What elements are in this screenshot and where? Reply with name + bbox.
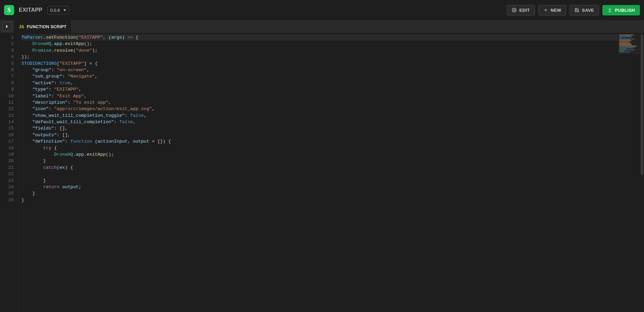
publish-icon (607, 8, 612, 12)
save-label: SAVE (582, 8, 594, 13)
vertical-scrollbar[interactable] (640, 33, 644, 312)
plus-icon (543, 8, 548, 12)
line-number: 21 (0, 164, 14, 171)
tabbar: JS FUNCTION SCRIPT (0, 20, 644, 33)
code-line[interactable]: "show_wait_till_completion_toggle": fals… (21, 112, 644, 119)
line-number: 10 (0, 93, 14, 99)
version-value: 0.0.6 (50, 8, 60, 13)
line-number: 24 (0, 184, 14, 190)
version-select[interactable]: 0.0.6 (47, 6, 69, 14)
code-line[interactable]: DronaHQ.app.exitApp(); (21, 151, 644, 158)
code-line[interactable]: "outputs": [], (21, 132, 644, 138)
logo[interactable]: S (4, 5, 14, 15)
line-number: 4 (0, 54, 14, 60)
line-number: 23 (0, 177, 14, 184)
code-line[interactable]: "sub_group": "Navigate", (21, 73, 644, 80)
code-line[interactable]: "group": "on-screen", (21, 67, 644, 73)
line-number: 6 (0, 67, 14, 73)
line-number: 18 (0, 145, 14, 151)
code-line[interactable]: "definition": function (actionInput, out… (21, 138, 644, 145)
code-line[interactable]: "default_wait_till_completion": false, (21, 119, 644, 125)
code-line[interactable]: try { (21, 145, 644, 151)
tab-function-script[interactable]: JS FUNCTION SCRIPT (14, 20, 71, 33)
gear-icon (512, 8, 517, 12)
code-line[interactable] (21, 171, 644, 177)
topbar-right: EDIT NEW SAVE PUBLISH (507, 5, 640, 15)
edit-button[interactable]: EDIT (507, 5, 535, 15)
line-number: 20 (0, 158, 14, 164)
publish-button[interactable]: PUBLISH (602, 5, 640, 15)
line-gutter: 1234567891011121314151617181920212223242… (0, 33, 19, 312)
code-line[interactable]: "icon": "app/src/images/action/exit_app.… (21, 106, 644, 112)
code-line[interactable]: } (21, 177, 644, 184)
edit-label: EDIT (519, 8, 530, 13)
new-button[interactable]: NEW (538, 5, 567, 15)
code-line[interactable]: Promise.resolve("done"); (21, 47, 644, 54)
scrollbar-thumb[interactable] (641, 34, 643, 175)
line-number: 16 (0, 132, 14, 138)
line-number: 17 (0, 138, 14, 145)
code-line[interactable]: } (21, 197, 644, 203)
topbar-left: S EXITAPP 0.0.6 (4, 5, 69, 15)
chevron-right-icon (6, 25, 8, 28)
code-line[interactable]: "active": true, (21, 80, 644, 86)
line-number: 15 (0, 125, 14, 132)
sidebar-toggle-button[interactable] (2, 22, 12, 31)
code-line[interactable]: "label": "Exit App", (21, 93, 644, 99)
line-number: 9 (0, 86, 14, 93)
line-number: 7 (0, 73, 14, 80)
code-area[interactable]: fmParser.setFunction("EXITAPP", (args) =… (19, 33, 644, 312)
code-line[interactable]: catch(ex) { (21, 164, 644, 171)
code-editor[interactable]: 1234567891011121314151617181920212223242… (0, 33, 644, 312)
line-number: 2 (0, 41, 14, 47)
code-line[interactable]: return output; (21, 184, 644, 190)
code-line[interactable]: DronaHQ.app.exitApp(); (21, 41, 644, 47)
line-number: 19 (0, 151, 14, 158)
svg-point-0 (514, 9, 515, 11)
code-line[interactable]: } (21, 158, 644, 164)
line-number: 14 (0, 119, 14, 125)
tab-label: FUNCTION SCRIPT (27, 24, 66, 29)
save-button[interactable]: SAVE (570, 5, 599, 15)
line-number: 13 (0, 112, 14, 119)
code-line[interactable]: "type": "EXITAPP", (21, 86, 644, 93)
save-icon (575, 8, 579, 12)
line-number: 11 (0, 99, 14, 106)
line-number: 1 (0, 34, 14, 41)
minimap[interactable] (618, 34, 643, 54)
code-line[interactable]: "fields": [], (21, 125, 644, 132)
app-title: EXITAPP (19, 7, 43, 13)
publish-label: PUBLISH (615, 8, 635, 13)
line-number: 22 (0, 171, 14, 177)
code-line[interactable]: fmParser.setFunction("EXITAPP", (args) =… (21, 34, 644, 41)
code-line[interactable]: }); (21, 54, 644, 60)
line-number: 8 (0, 80, 14, 86)
topbar: S EXITAPP 0.0.6 EDIT NEW SAVE (0, 0, 644, 20)
line-number: 5 (0, 60, 14, 67)
code-line[interactable]: STUDIOACTIONS["EXITAPP"] = { (21, 60, 644, 67)
code-line[interactable]: } (21, 190, 644, 197)
js-badge: JS (19, 24, 24, 29)
line-number: 3 (0, 47, 14, 54)
line-number: 25 (0, 190, 14, 197)
line-number: 12 (0, 106, 14, 112)
line-number: 26 (0, 197, 14, 203)
new-label: NEW (551, 8, 561, 13)
code-line[interactable]: "description": "To exit app", (21, 99, 644, 106)
chevron-down-icon (63, 9, 66, 11)
